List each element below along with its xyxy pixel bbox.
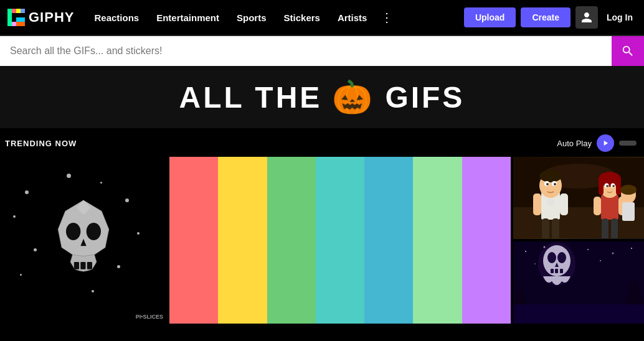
user-avatar-icon[interactable] (575, 6, 598, 29)
svg-rect-30 (552, 218, 559, 238)
more-nav-icon[interactable]: ⋮ (376, 0, 398, 35)
svg-point-21 (539, 170, 562, 182)
svg-point-25 (554, 183, 556, 185)
autoplay-area: Auto Play (557, 134, 637, 152)
trending-section: TRENDING NOW Auto Play (0, 128, 644, 324)
hero-text-after: GIFS (385, 80, 465, 114)
gif-watermark: PI•SLICES (136, 314, 163, 320)
search-bar (0, 36, 644, 66)
nav-item-artists[interactable]: Artists (329, 0, 376, 35)
giphy-logo-icon (7, 9, 25, 26)
svg-rect-40 (594, 197, 601, 215)
svg-point-46 (620, 185, 637, 195)
svg-rect-3 (21, 9, 25, 13)
color-bar-1 (218, 157, 267, 324)
svg-rect-12 (74, 262, 79, 269)
pumpkin-emoji: 🎃 (332, 81, 375, 113)
skull-svg (46, 197, 121, 284)
search-input[interactable] (0, 36, 612, 66)
login-button[interactable]: Log In (603, 7, 637, 27)
autoplay-indicator (619, 141, 637, 146)
svg-rect-1 (12, 9, 16, 13)
svg-point-38 (606, 185, 608, 187)
svg-rect-13 (80, 262, 85, 269)
nav-item-stickers[interactable]: Stickers (275, 0, 329, 35)
nav-item-reactions[interactable]: Reactions (85, 0, 148, 35)
hero-section: ALL THE 🎃 GIFS (0, 66, 644, 128)
svg-rect-5 (16, 17, 25, 22)
autoplay-label: Auto Play (557, 139, 592, 148)
svg-rect-42 (602, 218, 608, 238)
gif-characters[interactable] (513, 157, 644, 239)
svg-rect-67 (560, 269, 563, 273)
color-bars-animation (169, 157, 511, 324)
svg-point-53 (631, 248, 632, 249)
trending-header: TRENDING NOW Auto Play (0, 128, 644, 157)
hero-text: ALL THE 🎃 GIFS (179, 80, 465, 114)
characters-scene (513, 157, 644, 239)
color-bar-4 (364, 157, 413, 324)
svg-point-54 (534, 263, 536, 264)
ghost-svg (513, 242, 644, 323)
svg-rect-14 (87, 262, 92, 269)
color-bar-3 (316, 157, 364, 324)
logo-text: GIPHY (29, 9, 74, 26)
color-bar-5 (413, 157, 462, 324)
svg-rect-66 (555, 269, 558, 273)
gif-ghost[interactable] (513, 241, 644, 324)
main-nav: Reactions Entertainment Sports Stickers … (85, 0, 458, 35)
svg-point-55 (600, 260, 601, 261)
color-bar-0 (169, 157, 218, 324)
svg-rect-34 (599, 179, 604, 195)
autoplay-button[interactable] (597, 134, 614, 152)
header: GIPHY Reactions Entertainment Sports Sti… (0, 0, 644, 36)
skull-animation: PI•SLICES (0, 157, 167, 324)
svg-point-51 (587, 249, 589, 250)
search-button[interactable] (612, 36, 644, 66)
svg-point-9 (87, 223, 101, 240)
gif-color-bars[interactable] (169, 157, 511, 324)
svg-rect-4 (12, 22, 16, 26)
svg-rect-29 (542, 218, 549, 238)
svg-point-48 (525, 251, 526, 252)
nav-item-entertainment[interactable]: Entertainment (148, 0, 228, 35)
trending-label: TRENDING NOW (5, 139, 77, 148)
person-icon (580, 11, 593, 24)
svg-point-24 (546, 183, 549, 185)
svg-rect-0 (7, 9, 12, 26)
hero-text-before: ALL THE (179, 80, 323, 114)
svg-rect-45 (622, 202, 635, 221)
svg-point-8 (66, 223, 80, 240)
svg-point-52 (612, 253, 614, 255)
svg-rect-56 (513, 304, 644, 323)
gif-skull[interactable]: PI•SLICES (0, 157, 167, 324)
svg-rect-35 (616, 179, 621, 195)
svg-point-39 (612, 185, 615, 187)
header-right: Upload Create Log In (464, 6, 637, 29)
gif-grid: PI•SLICES (0, 157, 644, 324)
svg-rect-6 (16, 22, 25, 26)
color-bar-2 (267, 157, 316, 324)
svg-rect-2 (16, 9, 21, 13)
gif-col-right (513, 157, 644, 324)
nav-item-sports[interactable]: Sports (228, 0, 275, 35)
svg-point-62 (547, 252, 556, 263)
upload-button[interactable]: Upload (464, 7, 516, 27)
ghost-scene (513, 241, 644, 324)
play-icon (601, 139, 610, 147)
logo-area[interactable]: GIPHY (7, 9, 74, 26)
svg-point-63 (557, 252, 566, 263)
characters-svg (513, 157, 644, 238)
svg-rect-65 (551, 269, 554, 273)
search-icon (621, 44, 635, 58)
svg-rect-28 (560, 194, 568, 215)
svg-rect-27 (533, 194, 541, 215)
svg-point-26 (547, 199, 554, 206)
svg-rect-31 (601, 195, 618, 220)
create-button[interactable]: Create (521, 7, 571, 27)
svg-rect-43 (611, 218, 618, 238)
color-bar-6 (462, 157, 511, 324)
